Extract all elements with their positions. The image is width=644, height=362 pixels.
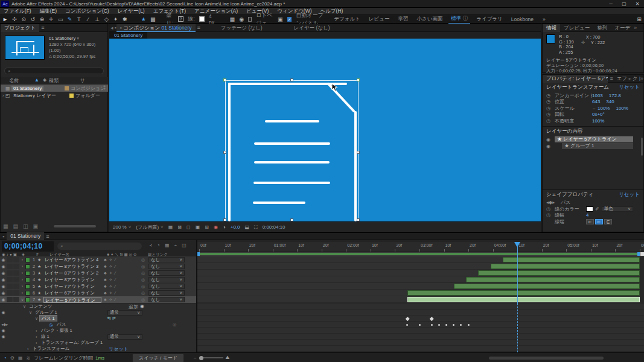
content-row[interactable]: ›トランスフォームリセット bbox=[0, 346, 196, 352]
property-value[interactable]: 100% bbox=[598, 106, 610, 111]
audio-cell[interactable] bbox=[7, 297, 13, 302]
eye-icon[interactable]: ◉ bbox=[0, 297, 7, 302]
comp-marker-bin-icon[interactable] bbox=[640, 252, 644, 256]
eye-icon[interactable]: ◉ bbox=[0, 264, 7, 269]
eraser-tool-icon[interactable]: ◇ bbox=[104, 16, 109, 22]
keyframe-dot[interactable] bbox=[406, 324, 408, 326]
layer-switches[interactable]: ♣ ✧ ∕ bbox=[104, 284, 128, 289]
layer-bar-row[interactable] bbox=[197, 256, 644, 263]
add-target-icon[interactable]: ◉ bbox=[140, 303, 144, 310]
workspace-標準[interactable]: 標準 ⓘ bbox=[448, 14, 470, 24]
timeline-search-input[interactable]: ⌕ bbox=[57, 243, 142, 250]
menu-item-3[interactable]: レイヤー(L) bbox=[118, 8, 145, 15]
layer-bar-row[interactable] bbox=[197, 283, 644, 290]
contents-item[interactable]: ◉★ レイヤー 5アウトライン bbox=[543, 136, 643, 143]
selection-handle[interactable] bbox=[223, 218, 226, 221]
content-track-row[interactable] bbox=[197, 328, 644, 334]
layer-row[interactable]: ◉›4★レイヤー 8アウトライン♣ ✧ ∕◎なし˅ bbox=[0, 276, 196, 283]
workspace-ライブラリ[interactable]: ライブラリ bbox=[474, 15, 505, 24]
content-expand-icon[interactable]: › bbox=[34, 335, 39, 339]
keyframe-dot[interactable] bbox=[460, 324, 462, 326]
tab-layer[interactable]: レイヤー (なし) bbox=[290, 24, 333, 32]
rotobezier-checkbox[interactable] bbox=[248, 17, 252, 22]
layer-bar-row[interactable] bbox=[197, 296, 644, 303]
work-area-end-handle[interactable] bbox=[637, 252, 640, 256]
minimize-button[interactable]: ─ bbox=[604, 1, 617, 7]
keyframe-dot[interactable] bbox=[453, 324, 454, 326]
shape-tool-icon[interactable]: ▭ bbox=[58, 16, 63, 22]
layer-color-swatch[interactable] bbox=[25, 297, 30, 302]
lock-cell[interactable] bbox=[13, 257, 19, 262]
layer-expand-icon[interactable]: › bbox=[19, 291, 25, 295]
parent-dropdown[interactable]: なし˅ bbox=[148, 297, 185, 302]
parent-dropdown[interactable]: なし˅ bbox=[148, 284, 185, 289]
menu-item-5[interactable]: アニメーション(A) bbox=[194, 8, 238, 15]
shape-reset-link[interactable]: リセット bbox=[619, 191, 640, 198]
clone-stamp-tool-icon[interactable]: ⊥ bbox=[95, 16, 100, 22]
layer-row[interactable]: ◉∨7★レイヤー 5アウトライン♣ ✧ ∕◎なし˅ bbox=[0, 296, 196, 303]
content-row[interactable]: ◂◆▸◷パス◎ bbox=[0, 322, 196, 328]
star-toggle-icon[interactable]: ★ bbox=[141, 16, 146, 22]
eye-icon[interactable]: ◉ bbox=[0, 334, 7, 339]
tab-footage[interactable]: フッテージ (なし) bbox=[217, 24, 266, 32]
parent-dropdown[interactable]: なし˅ bbox=[148, 257, 185, 262]
layer-name[interactable]: レイヤー 7アウトライン bbox=[43, 284, 101, 290]
pickwhip-icon[interactable]: ◎ bbox=[141, 297, 148, 302]
workspace-学習[interactable]: 学習 bbox=[395, 15, 410, 24]
keyframe-dot[interactable] bbox=[419, 324, 421, 326]
playhead-marker[interactable] bbox=[514, 242, 520, 247]
render-time-icon[interactable]: ◔ bbox=[4, 355, 7, 361]
content-expand-icon[interactable]: ∨ bbox=[22, 304, 27, 309]
layer-duration-bar[interactable] bbox=[478, 270, 640, 276]
eye-icon[interactable]: ◉ bbox=[0, 328, 7, 333]
content-label[interactable]: 線 1 bbox=[39, 334, 51, 340]
tab-オーデ[interactable]: オーデ bbox=[611, 24, 634, 32]
draft3d-icon[interactable]: ⚙ bbox=[10, 355, 14, 361]
keyframe-dot[interactable] bbox=[431, 324, 433, 326]
tab-properties[interactable]: プロパティ: レイヤー 5アウトライン bbox=[543, 75, 608, 83]
stroke-swatch[interactable] bbox=[199, 16, 205, 22]
layer-expand-icon[interactable]: › bbox=[19, 271, 25, 275]
content-track-row[interactable] bbox=[197, 334, 644, 340]
stroke-color-swatch[interactable] bbox=[586, 206, 593, 212]
layer-switches[interactable]: ♣ ✧ ∕ bbox=[104, 291, 128, 296]
project-row[interactable]: ›◰Stationery レイヤーフォルダー bbox=[1, 92, 108, 99]
layer-duration-bar[interactable] bbox=[407, 297, 640, 302]
audio-cell[interactable] bbox=[7, 270, 13, 276]
layer-duration-bar[interactable] bbox=[454, 284, 640, 289]
mask-visibility-icon[interactable]: ⊠ bbox=[177, 224, 182, 230]
selection-handle[interactable] bbox=[357, 218, 360, 221]
layer-color-swatch[interactable] bbox=[25, 291, 30, 296]
guides-icon[interactable]: ▣ bbox=[196, 224, 200, 230]
eyedropper-icon[interactable]: ✐ bbox=[595, 206, 599, 212]
workspace-Lookbone[interactable]: Lookbone bbox=[509, 16, 536, 23]
stopwatch-icon[interactable]: ◷ bbox=[546, 99, 555, 104]
timeline-menu-icon[interactable]: ≡ bbox=[46, 233, 49, 240]
property-value[interactable]: 100% bbox=[616, 106, 628, 111]
layer-bar-row[interactable] bbox=[197, 290, 644, 296]
brush-tool-icon[interactable]: ∕ bbox=[86, 16, 91, 22]
layer-name[interactable]: レイヤー 8アウトライン 3 bbox=[43, 264, 101, 270]
lock-cell[interactable] bbox=[13, 277, 19, 282]
layer-bar-row[interactable] bbox=[197, 263, 644, 270]
layer-bar-row[interactable] bbox=[197, 276, 644, 283]
layer-expand-icon[interactable]: › bbox=[19, 258, 25, 262]
path-direction-icons[interactable]: ⇆⇄ bbox=[107, 316, 116, 321]
composition-canvas[interactable] bbox=[109, 39, 541, 221]
layer-duration-bar[interactable] bbox=[491, 264, 640, 269]
transform-reset-link[interactable]: リセット bbox=[619, 84, 640, 91]
stopwatch-icon[interactable]: ◷ bbox=[546, 106, 555, 111]
layer-expand-icon[interactable]: ∨ bbox=[19, 297, 25, 302]
work-area-bar[interactable] bbox=[197, 252, 644, 256]
workspace-info-icon[interactable]: ⓘ bbox=[461, 15, 468, 21]
resolution-dropdown[interactable]: (フル画質)˅ bbox=[136, 224, 163, 230]
selection-handle[interactable] bbox=[223, 78, 226, 81]
tab-プレビュー[interactable]: プレビュー bbox=[560, 24, 593, 32]
zoom-tool-icon[interactable]: ⊙ bbox=[21, 16, 26, 22]
layer-row[interactable]: ◉›2★レイヤー 8アウトライン 3♣ ✧ ∕◎なし˅ bbox=[0, 263, 196, 270]
layer-expand-icon[interactable]: › bbox=[19, 284, 25, 288]
content-label[interactable]: パス bbox=[55, 322, 68, 328]
row-expand-icon[interactable]: › bbox=[1, 93, 5, 98]
layer-color-swatch[interactable] bbox=[25, 258, 30, 262]
stopwatch-icon[interactable]: ◷ bbox=[546, 112, 555, 117]
